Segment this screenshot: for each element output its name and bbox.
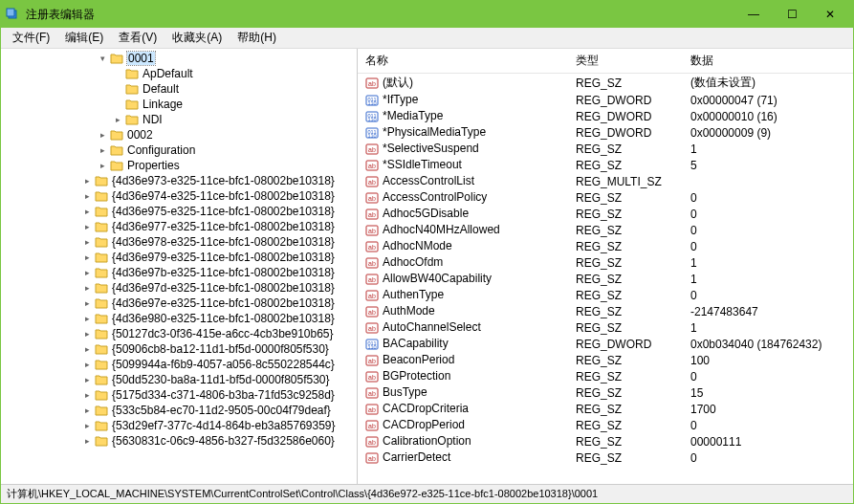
tree-pane[interactable]: ▾0001ApDefaultDefaultLinkage▸NDI▸0002▸Co… xyxy=(1,49,358,484)
value-row[interactable]: 011110*MediaTypeREG_DWORD0x00000010 (16) xyxy=(358,108,853,124)
tree-node[interactable]: ▸{4d36e979-e325-11ce-bfc1-08002be10318} xyxy=(1,250,357,265)
tree-node[interactable]: ▸Configuration xyxy=(1,142,357,158)
close-button[interactable]: ✕ xyxy=(811,1,849,28)
expand-icon[interactable]: ▸ xyxy=(97,144,108,156)
value-type: REG_SZ xyxy=(568,433,683,449)
tree-node[interactable]: ▸{50127dc3-0f36-415e-a6cc-4cb3be910b65} xyxy=(1,326,357,341)
svg-text:ab: ab xyxy=(368,211,376,218)
value-row[interactable]: ab(默认)REG_SZ(数值未设置) xyxy=(358,74,853,93)
tree-node[interactable]: ▸Properties xyxy=(1,158,357,173)
tree-node[interactable]: ▸{4d36e973-e325-11ce-bfc1-08002be10318} xyxy=(1,173,357,188)
expand-icon[interactable]: ▸ xyxy=(81,405,93,416)
expand-icon[interactable]: ▸ xyxy=(81,389,93,401)
expand-icon[interactable]: ▸ xyxy=(81,236,93,248)
svg-text:110: 110 xyxy=(367,100,376,106)
tree-node[interactable]: ▾0001 xyxy=(1,51,357,66)
expand-icon[interactable]: ▸ xyxy=(81,420,93,431)
folder-icon xyxy=(95,343,108,355)
value-row[interactable]: 011110*IfTypeREG_DWORD0x00000047 (71) xyxy=(358,92,853,108)
tree-node[interactable]: ▸NDI xyxy=(1,112,357,127)
value-row[interactable]: abAdhocOfdmREG_SZ1 xyxy=(358,254,853,271)
expand-icon[interactable]: ▸ xyxy=(81,374,93,385)
svg-text:ab: ab xyxy=(368,146,376,153)
tree-node[interactable]: Default xyxy=(1,81,357,97)
value-row[interactable]: abAuthenTypeREG_SZ0 xyxy=(358,287,853,303)
value-row[interactable]: abAccessControlPolicyREG_SZ0 xyxy=(358,189,853,206)
tree-node[interactable]: ▸{4d36e978-e325-11ce-bfc1-08002be10318} xyxy=(1,234,357,250)
minimize-button[interactable]: — xyxy=(734,1,773,28)
expand-icon[interactable]: ▸ xyxy=(81,328,93,340)
menu-help[interactable]: 帮助(H) xyxy=(230,28,284,48)
expand-icon[interactable]: ▸ xyxy=(81,343,93,355)
value-row[interactable]: abAutoChannelSelectREG_SZ1 xyxy=(358,319,853,336)
tree-node[interactable]: ▸{4d36e977-e325-11ce-bfc1-08002be10318} xyxy=(1,219,357,234)
value-row[interactable]: abCACDropPeriodREG_SZ0 xyxy=(358,417,853,433)
statusbar: 计算机\HKEY_LOCAL_MACHINE\SYSTEM\CurrentCon… xyxy=(1,484,853,503)
value-row[interactable]: abCACDropCriteriaREG_SZ1700 xyxy=(358,401,853,417)
tree-label: {4d36e974-e325-11ce-bfc1-08002be10318} xyxy=(112,189,335,203)
expand-icon[interactable]: ▸ xyxy=(81,297,93,309)
tree-node[interactable]: ▸{5099944a-f6b9-4057-a056-8c550228544c} xyxy=(1,357,357,372)
tree-node[interactable]: ▸{4d36e97d-e325-11ce-bfc1-08002be10318} xyxy=(1,280,357,296)
value-row[interactable]: ab*SSIdleTimeoutREG_SZ5 xyxy=(358,157,853,173)
value-data: 1700 xyxy=(683,401,853,417)
expand-icon[interactable] xyxy=(112,99,123,110)
menu-edit[interactable]: 编辑(E) xyxy=(57,28,111,48)
expand-icon[interactable]: ▸ xyxy=(81,267,93,278)
expand-icon[interactable]: ▸ xyxy=(81,359,93,370)
expand-icon[interactable] xyxy=(112,68,123,79)
expand-icon[interactable]: ▸ xyxy=(81,206,93,217)
menu-view[interactable]: 查看(V) xyxy=(111,28,164,48)
col-data[interactable]: 数据 xyxy=(683,49,853,74)
tree-node[interactable]: Linkage xyxy=(1,97,357,112)
value-row[interactable]: abAdhocNModeREG_SZ0 xyxy=(358,238,853,254)
tree-node[interactable]: ▸{53d29ef7-377c-4d14-864b-eb3a85769359} xyxy=(1,418,357,433)
tree-node[interactable]: ▸{5630831c-06c9-4856-b327-f5d32586e060} xyxy=(1,433,357,449)
value-row[interactable]: 011110*PhysicalMediaTypeREG_DWORD0x00000… xyxy=(358,124,853,141)
expand-icon[interactable]: ▸ xyxy=(112,114,123,125)
maximize-button[interactable]: ☐ xyxy=(773,1,811,28)
expand-icon[interactable]: ▸ xyxy=(81,175,93,186)
tree-node[interactable]: ▸{5175d334-c371-4806-b3ba-71fd53c9258d} xyxy=(1,387,357,403)
value-row[interactable]: 011110BACapabilityREG_DWORD0x0b034040 (1… xyxy=(358,336,853,352)
tree-node[interactable]: ▸{50dd5230-ba8a-11d1-bf5d-0000f805f530} xyxy=(1,372,357,387)
value-row[interactable]: abCarrierDetectREG_SZ0 xyxy=(358,449,853,466)
expand-icon[interactable]: ▸ xyxy=(97,129,108,141)
value-row[interactable]: abCalibrationOptionREG_SZ00000111 xyxy=(358,433,853,449)
expand-icon[interactable]: ▾ xyxy=(97,53,108,64)
expand-icon[interactable]: ▸ xyxy=(81,190,93,202)
value-type: REG_MULTI_SZ xyxy=(568,173,683,189)
tree-node[interactable]: ▸{533c5b84-ec70-11d2-9505-00c04f79deaf} xyxy=(1,403,357,418)
value-row[interactable]: abBusTypeREG_SZ15 xyxy=(358,384,853,401)
expand-icon[interactable]: ▸ xyxy=(81,282,93,294)
menu-favorites[interactable]: 收藏夹(A) xyxy=(164,28,230,48)
col-type[interactable]: 类型 xyxy=(568,49,683,74)
value-row[interactable]: abAdhocN40MHzAllowedREG_SZ0 xyxy=(358,222,853,238)
tree-node[interactable]: ▸{4d36e974-e325-11ce-bfc1-08002be10318} xyxy=(1,188,357,204)
tree-node[interactable]: ▸{4d36e97b-e325-11ce-bfc1-08002be10318} xyxy=(1,265,357,280)
expand-icon[interactable] xyxy=(112,83,123,95)
tree-node[interactable]: ▸{4d36e97e-e325-11ce-bfc1-08002be10318} xyxy=(1,296,357,311)
expand-icon[interactable]: ▸ xyxy=(81,435,93,447)
value-type: REG_SZ xyxy=(568,238,683,254)
menu-file[interactable]: 文件(F) xyxy=(5,28,57,48)
value-row[interactable]: abAccessControlListREG_MULTI_SZ xyxy=(358,173,853,189)
list-pane[interactable]: 名称 类型 数据 ab(默认)REG_SZ(数值未设置)011110*IfTyp… xyxy=(358,49,853,484)
tree-node[interactable]: ApDefault xyxy=(1,66,357,81)
value-row[interactable]: abBGProtectionREG_SZ0 xyxy=(358,368,853,384)
tree-node[interactable]: ▸{50906cb8-ba12-11d1-bf5d-0000f805f530} xyxy=(1,341,357,357)
value-row[interactable]: abBeaconPeriodREG_SZ100 xyxy=(358,352,853,368)
tree-node[interactable]: ▸{4d36e975-e325-11ce-bfc1-08002be10318} xyxy=(1,204,357,219)
value-row[interactable]: abAllowBW40CapabilityREG_SZ1 xyxy=(358,271,853,287)
titlebar[interactable]: 注册表编辑器 — ☐ ✕ xyxy=(1,1,853,28)
expand-icon[interactable]: ▸ xyxy=(81,252,93,263)
tree-node[interactable]: ▸0002 xyxy=(1,127,357,142)
value-row[interactable]: abAdhoc5GDisableREG_SZ0 xyxy=(358,206,853,222)
value-row[interactable]: abAuthModeREG_SZ-2147483647 xyxy=(358,303,853,319)
tree-node[interactable]: ▸{4d36e980-e325-11ce-bfc1-08002be10318} xyxy=(1,311,357,326)
col-name[interactable]: 名称 xyxy=(358,49,568,74)
expand-icon[interactable]: ▸ xyxy=(97,160,108,171)
value-row[interactable]: ab*SelectiveSuspendREG_SZ1 xyxy=(358,141,853,157)
expand-icon[interactable]: ▸ xyxy=(81,221,93,232)
expand-icon[interactable]: ▸ xyxy=(81,313,93,324)
